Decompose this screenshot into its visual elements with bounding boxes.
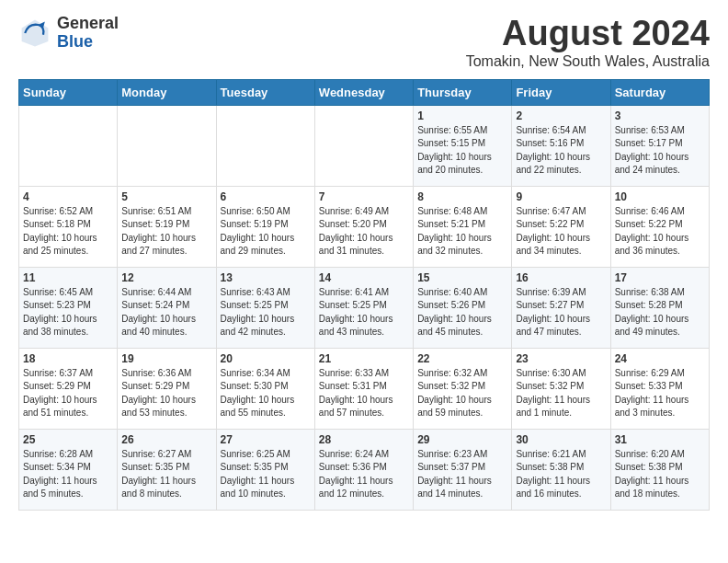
weekday-header: Saturday (610, 79, 709, 105)
calendar-cell (19, 105, 118, 186)
day-info: Sunrise: 6:33 AM Sunset: 5:31 PM Dayligh… (319, 367, 409, 420)
day-info: Sunrise: 6:50 AM Sunset: 5:19 PM Dayligh… (221, 205, 311, 259)
day-info: Sunrise: 6:55 AM Sunset: 5:15 PM Dayligh… (417, 124, 507, 178)
day-number: 27 (221, 433, 311, 446)
calendar-cell: 2Sunrise: 6:54 AM Sunset: 5:16 PM Daylig… (512, 105, 610, 186)
day-info: Sunrise: 6:23 AM Sunset: 5:37 PM Dayligh… (417, 448, 507, 501)
month-title: August 2024 (466, 15, 710, 53)
calendar-cell: 29Sunrise: 6:23 AM Sunset: 5:37 PM Dayli… (414, 429, 512, 510)
day-info: Sunrise: 6:38 AM Sunset: 5:28 PM Dayligh… (615, 286, 705, 339)
calendar-cell: 10Sunrise: 6:46 AM Sunset: 5:22 PM Dayli… (610, 186, 709, 267)
day-info: Sunrise: 6:54 AM Sunset: 5:16 PM Dayligh… (516, 124, 606, 178)
day-number: 25 (23, 433, 113, 446)
day-number: 10 (615, 190, 705, 203)
logo-general-text: General (57, 15, 119, 33)
day-number: 2 (516, 109, 606, 122)
day-number: 22 (417, 352, 507, 365)
calendar-cell: 19Sunrise: 6:36 AM Sunset: 5:29 PM Dayli… (118, 348, 216, 429)
calendar-cell: 23Sunrise: 6:30 AM Sunset: 5:32 PM Dayli… (512, 348, 610, 429)
day-number: 1 (417, 109, 507, 122)
calendar-week-row: 11Sunrise: 6:45 AM Sunset: 5:23 PM Dayli… (19, 267, 710, 348)
day-number: 14 (319, 271, 409, 284)
day-info: Sunrise: 6:45 AM Sunset: 5:23 PM Dayligh… (23, 286, 113, 339)
day-number: 5 (121, 190, 211, 203)
calendar-cell: 30Sunrise: 6:21 AM Sunset: 5:38 PM Dayli… (512, 429, 610, 510)
calendar-cell: 17Sunrise: 6:38 AM Sunset: 5:28 PM Dayli… (610, 267, 709, 348)
day-number: 31 (615, 433, 705, 446)
day-number: 28 (319, 433, 409, 446)
day-number: 7 (319, 190, 409, 203)
calendar-cell: 3Sunrise: 6:53 AM Sunset: 5:17 PM Daylig… (610, 105, 709, 186)
day-number: 6 (221, 190, 311, 203)
day-info: Sunrise: 6:36 AM Sunset: 5:29 PM Dayligh… (121, 367, 211, 420)
day-info: Sunrise: 6:49 AM Sunset: 5:20 PM Dayligh… (319, 205, 409, 259)
weekday-header: Wednesday (314, 79, 413, 105)
day-number: 23 (516, 352, 606, 365)
day-number: 26 (121, 433, 211, 446)
day-info: Sunrise: 6:48 AM Sunset: 5:21 PM Dayligh… (417, 205, 507, 259)
day-number: 18 (23, 352, 113, 365)
day-number: 29 (417, 433, 507, 446)
day-number: 30 (516, 433, 606, 446)
day-info: Sunrise: 6:25 AM Sunset: 5:35 PM Dayligh… (221, 448, 311, 501)
day-number: 9 (516, 190, 606, 203)
logo-icon (18, 17, 51, 50)
calendar-cell (314, 105, 413, 186)
weekday-header: Friday (512, 79, 610, 105)
day-info: Sunrise: 6:44 AM Sunset: 5:24 PM Dayligh… (121, 286, 211, 339)
day-number: 20 (221, 352, 311, 365)
calendar-cell: 15Sunrise: 6:40 AM Sunset: 5:26 PM Dayli… (414, 267, 512, 348)
day-info: Sunrise: 6:46 AM Sunset: 5:22 PM Dayligh… (615, 205, 705, 259)
day-info: Sunrise: 6:51 AM Sunset: 5:19 PM Dayligh… (121, 205, 211, 259)
calendar-cell: 31Sunrise: 6:20 AM Sunset: 5:38 PM Dayli… (610, 429, 709, 510)
calendar-week-row: 25Sunrise: 6:28 AM Sunset: 5:34 PM Dayli… (19, 429, 710, 510)
weekday-header: Monday (118, 79, 216, 105)
calendar-cell: 6Sunrise: 6:50 AM Sunset: 5:19 PM Daylig… (216, 186, 314, 267)
day-info: Sunrise: 6:52 AM Sunset: 5:18 PM Dayligh… (23, 205, 113, 259)
day-info: Sunrise: 6:39 AM Sunset: 5:27 PM Dayligh… (516, 286, 606, 339)
day-number: 11 (23, 271, 113, 284)
day-info: Sunrise: 6:28 AM Sunset: 5:34 PM Dayligh… (23, 448, 113, 501)
page-header: General Blue August 2024 Tomakin, New So… (18, 15, 710, 70)
day-info: Sunrise: 6:41 AM Sunset: 5:25 PM Dayligh… (319, 286, 409, 339)
calendar-cell: 22Sunrise: 6:32 AM Sunset: 5:32 PM Dayli… (414, 348, 512, 429)
day-info: Sunrise: 6:53 AM Sunset: 5:17 PM Dayligh… (615, 124, 705, 178)
title-block: August 2024 Tomakin, New South Wales, Au… (466, 15, 710, 70)
day-number: 8 (417, 190, 507, 203)
day-info: Sunrise: 6:29 AM Sunset: 5:33 PM Dayligh… (615, 367, 705, 420)
calendar-cell: 14Sunrise: 6:41 AM Sunset: 5:25 PM Dayli… (314, 267, 413, 348)
calendar-cell: 16Sunrise: 6:39 AM Sunset: 5:27 PM Dayli… (512, 267, 610, 348)
calendar-cell (216, 105, 314, 186)
calendar-cell: 12Sunrise: 6:44 AM Sunset: 5:24 PM Dayli… (118, 267, 216, 348)
day-number: 3 (615, 109, 705, 122)
weekday-header: Thursday (414, 79, 512, 105)
day-info: Sunrise: 6:27 AM Sunset: 5:35 PM Dayligh… (121, 448, 211, 501)
calendar-cell (118, 105, 216, 186)
day-number: 16 (516, 271, 606, 284)
day-number: 13 (221, 271, 311, 284)
day-info: Sunrise: 6:20 AM Sunset: 5:38 PM Dayligh… (615, 448, 705, 501)
header-row: SundayMondayTuesdayWednesdayThursdayFrid… (19, 79, 710, 105)
day-number: 4 (23, 190, 113, 203)
logo-blue-text: Blue (57, 33, 119, 52)
day-info: Sunrise: 6:34 AM Sunset: 5:30 PM Dayligh… (221, 367, 311, 420)
calendar-week-row: 4Sunrise: 6:52 AM Sunset: 5:18 PM Daylig… (19, 186, 710, 267)
calendar-cell: 11Sunrise: 6:45 AM Sunset: 5:23 PM Dayli… (19, 267, 118, 348)
calendar-cell: 26Sunrise: 6:27 AM Sunset: 5:35 PM Dayli… (118, 429, 216, 510)
day-info: Sunrise: 6:21 AM Sunset: 5:38 PM Dayligh… (516, 448, 606, 501)
location-title: Tomakin, New South Wales, Australia (466, 53, 710, 70)
logo-text: General Blue (57, 15, 119, 52)
calendar-cell: 8Sunrise: 6:48 AM Sunset: 5:21 PM Daylig… (414, 186, 512, 267)
day-number: 19 (121, 352, 211, 365)
calendar-cell: 1Sunrise: 6:55 AM Sunset: 5:15 PM Daylig… (414, 105, 512, 186)
day-info: Sunrise: 6:43 AM Sunset: 5:25 PM Dayligh… (221, 286, 311, 339)
calendar-cell: 28Sunrise: 6:24 AM Sunset: 5:36 PM Dayli… (314, 429, 413, 510)
weekday-header: Tuesday (216, 79, 314, 105)
calendar-cell: 20Sunrise: 6:34 AM Sunset: 5:30 PM Dayli… (216, 348, 314, 429)
calendar-cell: 5Sunrise: 6:51 AM Sunset: 5:19 PM Daylig… (118, 186, 216, 267)
calendar-cell: 21Sunrise: 6:33 AM Sunset: 5:31 PM Dayli… (314, 348, 413, 429)
calendar-week-row: 18Sunrise: 6:37 AM Sunset: 5:29 PM Dayli… (19, 348, 710, 429)
calendar-week-row: 1Sunrise: 6:55 AM Sunset: 5:15 PM Daylig… (19, 105, 710, 186)
day-info: Sunrise: 6:40 AM Sunset: 5:26 PM Dayligh… (417, 286, 507, 339)
day-info: Sunrise: 6:30 AM Sunset: 5:32 PM Dayligh… (516, 367, 606, 420)
